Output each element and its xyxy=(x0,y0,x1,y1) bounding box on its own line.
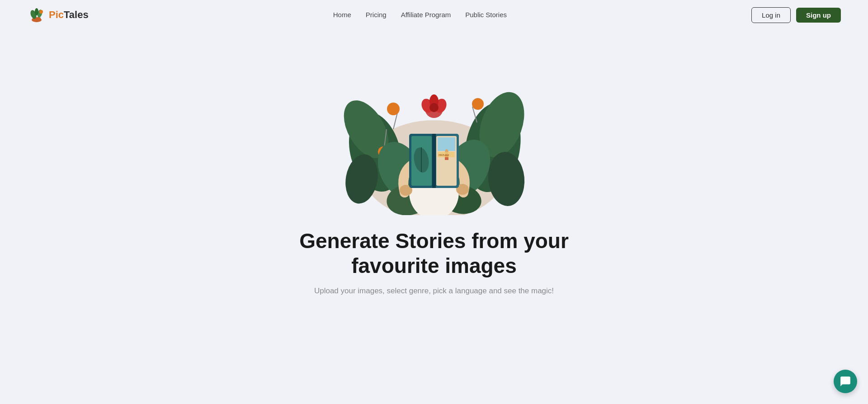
hero-section: HKBAKI Generate Stories from your favour… xyxy=(0,30,868,296)
hero-illustration: HKBAKI xyxy=(321,39,547,215)
svg-rect-33 xyxy=(432,134,436,188)
nav-item-public-stories[interactable]: Public Stories xyxy=(465,11,507,19)
navbar: PicTales Home Pricing Affiliate Program … xyxy=(0,0,868,30)
chat-icon xyxy=(840,376,851,387)
svg-point-4 xyxy=(35,8,38,15)
svg-point-23 xyxy=(429,103,439,112)
chat-button[interactable] xyxy=(834,370,857,393)
nav-links: Home Pricing Affiliate Program Public St… xyxy=(333,11,507,19)
nav-item-affiliate[interactable]: Affiliate Program xyxy=(401,11,451,19)
signup-button[interactable]: Sign up xyxy=(796,8,841,23)
svg-point-14 xyxy=(387,103,400,115)
nav-actions: Log in Sign up xyxy=(751,7,841,23)
logo-text: PicTales xyxy=(49,9,89,21)
svg-point-5 xyxy=(39,10,43,14)
logo-icon xyxy=(27,5,46,24)
hero-subtitle: Upload your images, select genre, pick a… xyxy=(280,287,588,296)
logo[interactable]: PicTales xyxy=(27,5,89,24)
svg-point-18 xyxy=(472,98,484,110)
nav-item-home[interactable]: Home xyxy=(333,11,351,19)
hero-text: Generate Stories from your favourite ima… xyxy=(271,229,597,296)
svg-rect-38 xyxy=(438,137,455,151)
login-button[interactable]: Log in xyxy=(751,7,791,23)
nav-item-pricing[interactable]: Pricing xyxy=(366,11,387,19)
hero-title: Generate Stories from your favourite ima… xyxy=(280,229,588,278)
svg-text:HKBAKI: HKBAKI xyxy=(439,154,449,156)
